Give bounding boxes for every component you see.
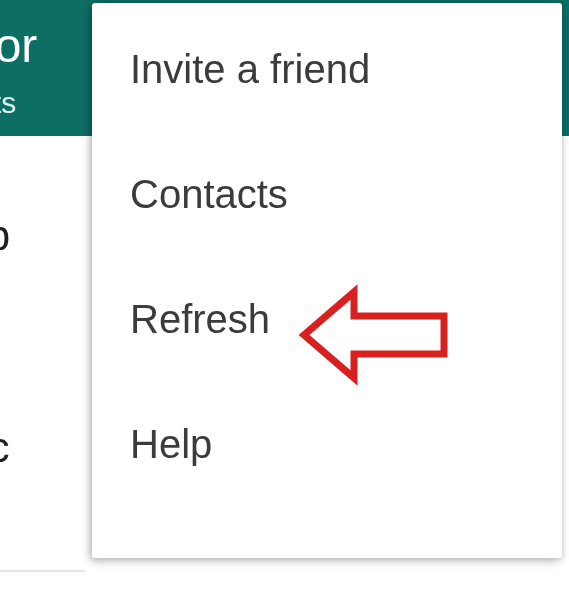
list-item[interactable]: ntac — [0, 424, 9, 472]
list-item[interactable]: oup — [0, 212, 10, 260]
menu-item-refresh[interactable]: Refresh — [92, 257, 562, 382]
menu-item-label: Help — [130, 422, 212, 467]
menu-item-label: Refresh — [130, 297, 270, 342]
divider — [0, 570, 85, 572]
overflow-menu: Invite a friend Contacts Refresh Help — [92, 3, 562, 558]
menu-item-label: Contacts — [130, 172, 288, 217]
menu-item-label: Invite a friend — [130, 47, 370, 92]
menu-item-invite-friend[interactable]: Invite a friend — [92, 3, 562, 132]
menu-item-contacts[interactable]: Contacts — [92, 132, 562, 257]
page-title: t cor — [0, 18, 37, 73]
page-subtitle: cts — [0, 86, 16, 120]
menu-item-help[interactable]: Help — [92, 382, 562, 507]
